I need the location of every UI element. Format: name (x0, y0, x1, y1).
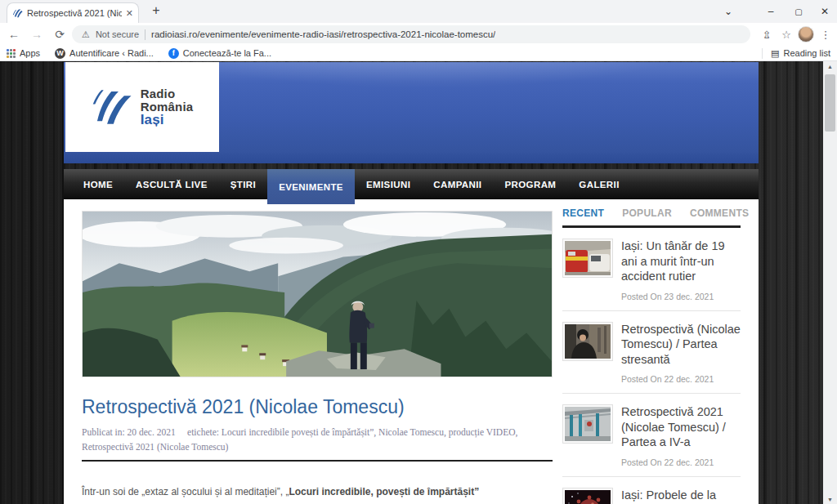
bookmark-label: Apps (20, 48, 40, 58)
main-navigation: HOME ASCULTĂ LIVE ȘTIRI EVENIMENTE EMISI… (64, 169, 759, 199)
tab-recent[interactable]: RECENT (562, 207, 613, 219)
page-scrollbar[interactable]: ▲ ▼ (823, 61, 837, 504)
browser-menu-icon[interactable]: ⋮ (817, 26, 834, 42)
nav-item-home[interactable]: HOME (72, 169, 124, 199)
wordpress-icon: W (55, 48, 65, 59)
list-item-date: Posted On 22 dec. 2021 (621, 374, 741, 384)
tab-close-icon[interactable]: ✕ (126, 8, 133, 19)
bookmark-apps[interactable]: Apps (7, 48, 40, 58)
profile-avatar[interactable] (798, 26, 814, 42)
window-close-button[interactable]: ✕ (812, 0, 837, 23)
site-logo[interactable]: Radio România Iași (65, 62, 219, 152)
nav-item-galerii[interactable]: GALERII (567, 169, 630, 199)
security-label: Not secure (96, 29, 139, 39)
browser-window: Retrospectivă 2021 (Nicolae Tom ✕ + ⌄ – … (0, 0, 837, 504)
list-item-title[interactable]: Retrospectivă 2021 (Nicolae Tomescu) / P… (621, 404, 741, 450)
article-meta: Publicat in: 20 dec. 2021 etichete: Locu… (82, 426, 553, 455)
thumbnail-ambulance[interactable] (562, 239, 613, 278)
radio-romania-logo-icon (92, 84, 134, 130)
reading-list-icon: ▤ (771, 48, 779, 59)
tab-bar: Retrospectivă 2021 (Nicolae Tom ✕ + ⌄ – … (0, 0, 837, 23)
forward-button[interactable]: → (28, 25, 46, 43)
sidebar: RECENT POPULAR COMMENTS (562, 199, 741, 504)
list-item-title[interactable]: Iași: Un tânăr de 19 ani a murit într-un… (621, 239, 741, 284)
tab-comments[interactable]: COMMENTS (681, 207, 758, 219)
window-maximize-button[interactable]: ▢ (786, 0, 811, 23)
article-hero-image (82, 211, 553, 377)
article-published: Publicat in: 20 dec. 2021 (82, 427, 176, 437)
not-secure-warning-icon[interactable]: ⚠ (82, 29, 90, 40)
address-bar-divider (145, 29, 145, 40)
list-item-title[interactable]: Retrospectivă (Nicolae Tomescu) / Partea… (621, 322, 741, 368)
bookmark-facebook[interactable]: f Conectează-te la Fa... (168, 48, 271, 59)
nav-item-stiri[interactable]: ȘTIRI (219, 169, 267, 199)
list-item-title[interactable]: Iași: Probele de la două persoane suspec… (621, 488, 741, 504)
site-wrapper: Radio România Iași HOME ASCULTĂ LIVE ȘTI… (64, 62, 759, 504)
page-content: Retrospectivă 2021 (Nicolae Tomescu) Pub… (64, 199, 759, 504)
bookmarks-bar: Apps W Autentificare ‹ Radi... f Conecte… (0, 46, 837, 61)
bookmark-label: Autentificare ‹ Radi... (69, 48, 154, 58)
list-item-date: Posted On 23 dec. 2021 (621, 292, 741, 301)
reload-button[interactable]: ⟳ (51, 25, 69, 43)
back-button[interactable]: ← (5, 25, 23, 43)
thumbnail-coronavirus[interactable] (562, 488, 613, 504)
logo-line1: Radio (141, 87, 194, 100)
article-divider (82, 460, 553, 462)
reading-list-button[interactable]: ▤ Reading list (762, 48, 830, 59)
thumbnail-person-winter[interactable] (562, 322, 613, 361)
article-body: Într-un soi de „extaz al șocului și al m… (82, 486, 553, 497)
tab-title: Retrospectivă 2021 (Nicolae Tom (27, 8, 122, 18)
window-chevron-icon[interactable]: ⌄ (716, 0, 741, 23)
page-viewport: Radio România Iași HOME ASCULTĂ LIVE ȘTI… (0, 61, 823, 504)
browser-tab[interactable]: Retrospectivă 2021 (Nicolae Tom ✕ (7, 2, 139, 23)
reading-list-label: Reading list (784, 48, 830, 58)
site-header: Radio România Iași (64, 62, 759, 163)
thumbnail-structure[interactable] (562, 404, 613, 444)
nav-item-evenimente[interactable]: EVENIMENTE (267, 169, 355, 204)
facebook-icon: f (168, 48, 179, 59)
bookmark-wordpress[interactable]: W Autentificare ‹ Radi... (55, 48, 154, 59)
scroll-down-icon[interactable]: ▼ (823, 494, 837, 504)
article-body-bold: Locuri incredibile, povești de împărtăși… (289, 486, 479, 497)
article-column: Retrospectivă 2021 (Nicolae Tomescu) Pub… (82, 199, 553, 497)
list-item[interactable]: Iași: Probele de la două persoane suspec… (562, 477, 741, 504)
article-body-text: Într-un soi de „extaz al șocului și al m… (82, 486, 289, 497)
share-icon[interactable]: ⇫ (759, 26, 775, 42)
url-text[interactable]: radioiasi.ro/evenimente/evenimente-radio… (151, 29, 495, 39)
sidebar-tabs: RECENT POPULAR COMMENTS (562, 199, 741, 228)
bookmark-label: Conectează-te la Fa... (183, 48, 271, 58)
article-title: Retrospectivă 2021 (Nicolae Tomescu) (82, 396, 553, 418)
nav-item-asculta-live[interactable]: ASCULTĂ LIVE (124, 169, 219, 199)
list-item[interactable]: Iași: Un tânăr de 19 ani a murit într-un… (562, 228, 741, 311)
nav-item-campanii[interactable]: CAMPANII (422, 169, 493, 199)
scroll-up-icon[interactable]: ▲ (823, 61, 837, 71)
nav-item-emisiuni[interactable]: EMISIUNI (355, 169, 422, 199)
logo-line3: Iași (141, 114, 194, 127)
scrollbar-thumb[interactable] (825, 74, 835, 132)
list-item[interactable]: Retrospectivă (Nicolae Tomescu) / Partea… (562, 311, 741, 395)
new-tab-button[interactable]: + (147, 3, 165, 18)
radio-romania-favicon-icon (12, 8, 23, 19)
apps-grid-icon (7, 49, 16, 58)
bookmark-star-icon[interactable]: ☆ (778, 26, 794, 42)
nav-item-program[interactable]: PROGRAM (493, 169, 567, 199)
list-item[interactable]: Retrospectivă 2021 (Nicolae Tomescu) / P… (562, 394, 741, 477)
tab-popular[interactable]: POPULAR (613, 207, 681, 219)
window-minimize-button[interactable]: – (759, 0, 783, 23)
address-bar[interactable]: ⚠ Not secure radioiasi.ro/evenimente/eve… (72, 25, 750, 43)
list-item-date: Posted On 22 dec. 2021 (621, 457, 741, 467)
browser-toolbar: ← → ⟳ ⚠ Not secure radioiasi.ro/evenimen… (0, 23, 837, 46)
